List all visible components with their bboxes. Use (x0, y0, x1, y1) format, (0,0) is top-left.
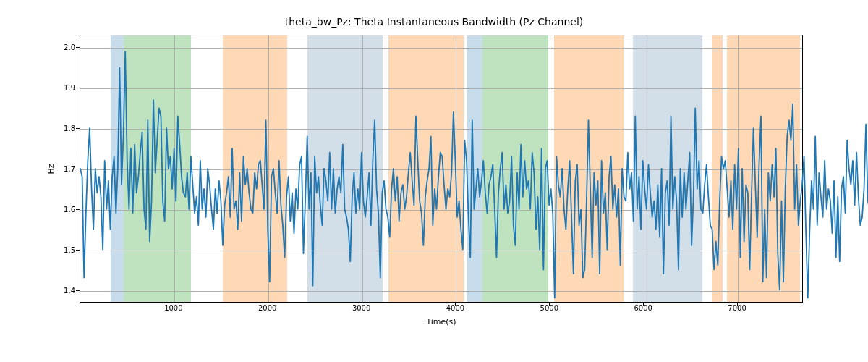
x-tick-label: 1000 (164, 304, 182, 312)
plot-area (80, 35, 803, 303)
y-tick-mark (76, 88, 80, 88)
y-tick-label: 1.6 (64, 206, 75, 214)
x-tick-label: 5000 (540, 304, 558, 312)
y-tick-label: 1.7 (64, 165, 75, 173)
y-tick-mark (76, 169, 80, 169)
y-tick-label: 1.8 (64, 124, 75, 132)
line-series (80, 35, 802, 302)
y-tick-label: 1.9 (64, 83, 75, 91)
y-axis-label: Hz (43, 35, 58, 303)
y-tick-mark (76, 128, 80, 129)
line-path (80, 51, 868, 298)
y-tick-mark (76, 290, 80, 291)
y-tick-label: 2.0 (64, 43, 75, 51)
chart-title: theta_bw_Pz: Theta Instantaneous Bandwid… (0, 16, 868, 28)
y-tick-label: 1.4 (64, 287, 75, 295)
x-tick-label: 2000 (258, 304, 276, 312)
figure: theta_bw_Pz: Theta Instantaneous Bandwid… (0, 0, 868, 362)
x-tick-label: 4000 (446, 304, 464, 312)
x-tick-label: 3000 (352, 304, 370, 312)
y-tick-mark (76, 250, 80, 251)
y-tick-label: 1.5 (64, 246, 75, 254)
x-tick-label: 7000 (728, 304, 746, 312)
x-axis-label: Time(s) (80, 317, 803, 327)
x-tick-label: 6000 (634, 304, 652, 312)
y-tick-mark (76, 47, 80, 48)
y-tick-mark (76, 209, 80, 210)
